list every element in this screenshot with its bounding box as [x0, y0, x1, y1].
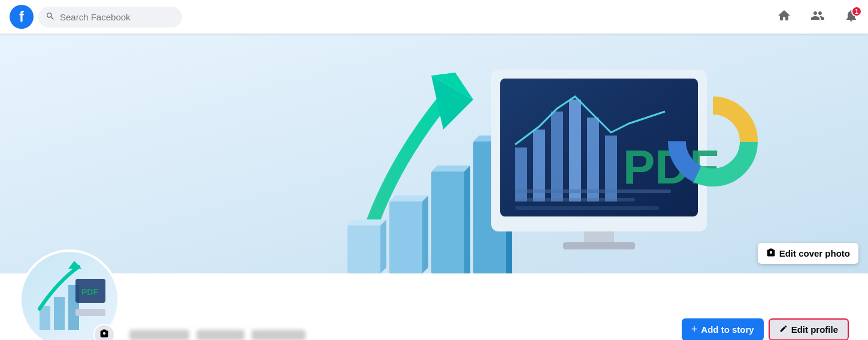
add-to-story-button[interactable]: + Add to story — [682, 318, 764, 340]
cover-illustration: PDF — [0, 34, 868, 273]
profile-name-area — [120, 330, 682, 340]
svg-marker-7 — [389, 195, 428, 201]
svg-rect-20 — [569, 100, 581, 201]
blurred-name-2 — [196, 330, 244, 340]
edit-profile-button[interactable]: Edit profile — [769, 318, 849, 340]
add-story-label: Add to story — [701, 324, 754, 335]
svg-rect-19 — [551, 112, 563, 201]
nav-icons: 1 — [777, 8, 858, 25]
search-icon — [46, 11, 55, 23]
svg-rect-21 — [587, 118, 599, 201]
pencil-icon — [779, 324, 788, 335]
svg-marker-10 — [431, 166, 470, 171]
avatar-wrapper: PDF — [19, 249, 120, 340]
svg-text:PDF: PDF — [81, 287, 98, 297]
svg-rect-17 — [515, 148, 527, 201]
facebook-logo[interactable]: f — [10, 5, 34, 29]
cover-photo: PDF Edit cover photo — [0, 34, 868, 273]
blurred-name-3 — [252, 330, 306, 340]
profile-page: PDF Edit cover photo — [0, 34, 868, 340]
svg-rect-34 — [54, 297, 65, 330]
svg-marker-4 — [347, 219, 386, 225]
search-input[interactable] — [60, 12, 175, 22]
blurred-name-1 — [129, 330, 189, 340]
profile-actions: + Add to story Edit profile — [682, 318, 849, 340]
camera-icon — [99, 329, 109, 340]
plus-icon: + — [691, 323, 698, 336]
blurred-name-blocks — [129, 330, 306, 340]
svg-rect-28 — [515, 206, 659, 210]
search-bar[interactable] — [38, 7, 182, 28]
profile-avatar-row: PDF — [10, 249, 858, 340]
svg-rect-26 — [515, 189, 671, 193]
svg-rect-23 — [584, 231, 614, 243]
profile-bottom: PDF — [0, 249, 868, 340]
notifications-nav-button[interactable]: 1 — [844, 8, 858, 25]
svg-rect-39 — [75, 309, 105, 316]
svg-rect-27 — [515, 198, 635, 201]
notification-badge: 1 — [851, 6, 862, 17]
edit-profile-label: Edit profile — [791, 324, 838, 335]
home-nav-button[interactable] — [777, 8, 791, 25]
svg-rect-24 — [563, 242, 635, 249]
navbar: f 1 — [0, 0, 868, 34]
friends-nav-button[interactable] — [810, 8, 825, 25]
